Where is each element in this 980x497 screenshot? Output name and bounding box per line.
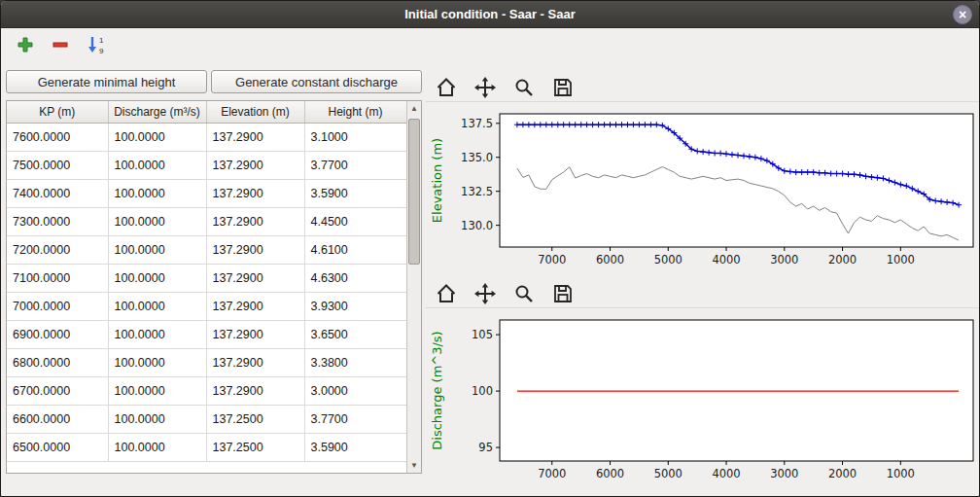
table-cell[interactable]: 6900.0000	[7, 320, 108, 348]
svg-text:130.0: 130.0	[461, 219, 493, 232]
table-cell[interactable]: 100.0000	[108, 405, 206, 433]
table-cell[interactable]: 100.0000	[108, 207, 206, 235]
table-cell[interactable]: 7200.0000	[7, 235, 108, 264]
table-cell[interactable]: 137.2900	[206, 151, 304, 179]
table-cell[interactable]: 3.7700	[304, 151, 406, 179]
generate-minimal-height-button[interactable]: Generate minimal height	[6, 70, 207, 93]
pan-button[interactable]	[472, 281, 498, 306]
svg-text:5000: 5000	[654, 253, 682, 266]
save-button[interactable]	[550, 75, 576, 100]
column-header[interactable]: Height (m)	[304, 101, 406, 123]
svg-text:5000: 5000	[654, 467, 682, 480]
table-cell[interactable]: 3.5900	[304, 179, 406, 207]
svg-text:6000: 6000	[596, 253, 624, 266]
table-cell[interactable]: 6600.0000	[7, 405, 108, 433]
table-cell[interactable]: 100.0000	[108, 320, 206, 348]
table-cell[interactable]: 7000.0000	[7, 292, 108, 320]
table-cell[interactable]: 100.0000	[108, 292, 206, 320]
column-header[interactable]: Discharge (m³/s)	[108, 101, 206, 123]
table-cell[interactable]: 4.4500	[304, 207, 406, 235]
table-cell[interactable]: 100.0000	[108, 264, 206, 292]
table-cell[interactable]: 3.1000	[304, 123, 406, 151]
app-window: Initial condition - Saar - Saar × 1 9 Ge…	[0, 0, 980, 497]
close-button[interactable]: ×	[953, 5, 972, 24]
column-header[interactable]: Elevation (m)	[206, 101, 304, 123]
scroll-down-arrow-icon[interactable]: ▼	[407, 458, 421, 473]
table-cell[interactable]: 3.7700	[304, 405, 406, 433]
table-cell[interactable]: 137.2900	[206, 123, 304, 151]
add-row-icon	[17, 36, 34, 53]
svg-text:Discharge (m^3/s): Discharge (m^3/s)	[430, 331, 444, 449]
table-cell[interactable]: 7500.0000	[7, 151, 108, 179]
elevation-plot[interactable]: 7000600050004000300020001000130.0132.513…	[426, 104, 978, 279]
zoom-button[interactable]	[511, 75, 537, 100]
table-cell[interactable]: 100.0000	[108, 235, 206, 264]
table-cell[interactable]: 100.0000	[108, 348, 206, 376]
table-cell[interactable]: 137.2900	[206, 264, 304, 292]
table-vertical-scrollbar[interactable]: ▲ ▼	[406, 101, 421, 473]
generate-constant-discharge-button[interactable]: Generate constant discharge	[211, 70, 422, 93]
svg-text:1000: 1000	[887, 253, 915, 266]
table-cell[interactable]: 100.0000	[108, 179, 206, 207]
generator-buttons: Generate minimal height Generate constan…	[6, 70, 422, 93]
table-cell[interactable]: 137.2900	[206, 320, 304, 348]
svg-text:6000: 6000	[596, 467, 624, 480]
table-cell[interactable]: 100.0000	[108, 433, 206, 461]
table-cell[interactable]: 7100.0000	[7, 264, 108, 292]
home-button[interactable]	[434, 281, 459, 306]
table-cell[interactable]: 100.0000	[108, 151, 206, 179]
table-cell[interactable]: 3.9300	[304, 292, 406, 320]
zoom-button[interactable]	[511, 281, 537, 306]
column-header[interactable]: KP (m)	[7, 101, 108, 123]
table-cell[interactable]: 3.3800	[304, 348, 406, 376]
table-row: 7100.0000100.0000137.29004.6300	[7, 264, 406, 292]
home-button[interactable]	[434, 75, 459, 100]
sort-numeric-icon: 1 9	[86, 35, 105, 54]
table-cell[interactable]: 137.2900	[206, 376, 304, 405]
table-cell[interactable]: 137.2900	[206, 207, 304, 235]
remove-row-icon	[52, 36, 69, 53]
table-cell[interactable]: 137.2900	[206, 235, 304, 264]
scroll-up-arrow-icon[interactable]: ▲	[407, 101, 421, 116]
table-row: 6500.0000100.0000137.25003.5900	[7, 433, 406, 461]
table-cell[interactable]: 137.2900	[206, 179, 304, 207]
svg-text:3000: 3000	[770, 467, 798, 480]
table-cell[interactable]: 6800.0000	[7, 348, 108, 376]
table-cell[interactable]: 7300.0000	[7, 207, 108, 235]
table-cell[interactable]: 100.0000	[108, 376, 206, 405]
home-icon	[436, 77, 457, 98]
close-icon: ×	[959, 8, 966, 21]
table-cell[interactable]: 6500.0000	[7, 433, 108, 461]
add-row-button[interactable]	[15, 34, 36, 55]
table-cell[interactable]: 137.2900	[206, 348, 304, 376]
sort-button[interactable]: 1 9	[85, 34, 106, 55]
table-row: 6700.0000100.0000137.29003.0000	[7, 376, 406, 405]
table-cell[interactable]: 7600.0000	[7, 123, 108, 151]
table-row: 6800.0000100.0000137.29003.3800	[7, 348, 406, 376]
discharge-plot[interactable]: 700060005000400030002000100095100105Disc…	[426, 310, 978, 493]
pan-icon	[474, 283, 496, 304]
table-cell[interactable]: 3.0000	[304, 376, 406, 405]
table-cell[interactable]: 100.0000	[108, 123, 206, 151]
table-cell[interactable]: 7400.0000	[7, 179, 108, 207]
zoom-icon	[513, 77, 535, 98]
table-cell[interactable]: 3.6500	[304, 320, 406, 348]
table-row: 6600.0000100.0000137.25003.7700	[7, 405, 406, 433]
table-cell[interactable]: 137.2500	[206, 433, 304, 461]
save-button[interactable]	[550, 281, 576, 306]
initial-condition-table: KP (m)Discharge (m³/s)Elevation (m)Heigh…	[7, 101, 407, 462]
scrollbar-thumb[interactable]	[408, 119, 420, 265]
titlebar[interactable]: Initial condition - Saar - Saar ×	[1, 1, 979, 28]
table-cell[interactable]: 3.5900	[304, 433, 406, 461]
right-panel: 7000600050004000300020001000130.0132.513…	[426, 61, 979, 496]
table-row: 7400.0000100.0000137.29003.5900	[7, 179, 406, 207]
table-cell[interactable]: 4.6300	[304, 264, 406, 292]
svg-text:105: 105	[472, 328, 493, 341]
table-cell[interactable]: 137.2500	[206, 405, 304, 433]
pan-button[interactable]	[472, 75, 498, 100]
svg-text:95: 95	[478, 441, 493, 454]
table-cell[interactable]: 137.2900	[206, 292, 304, 320]
table-cell[interactable]: 4.6100	[304, 235, 406, 264]
remove-row-button[interactable]	[50, 34, 71, 55]
table-cell[interactable]: 6700.0000	[7, 376, 108, 405]
